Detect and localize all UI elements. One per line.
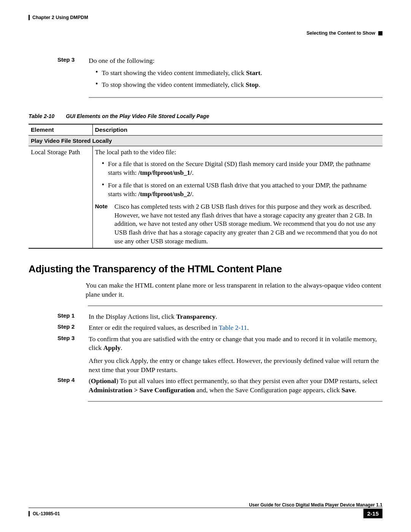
gui-elements-table: Element Description Play Video File Stor… — [29, 124, 382, 249]
step2-body: Enter or edit the required values, as de… — [89, 323, 382, 332]
bullet-text: To stop showing the video content immedi… — [102, 80, 260, 89]
header-bar-icon — [29, 15, 30, 20]
bullet-icon: • — [102, 181, 104, 199]
section-label: Selecting the Content to Show — [306, 30, 375, 36]
table-number: Table 2-10 — [29, 113, 54, 119]
desc-bullets: • For a file that is stored on the Secur… — [102, 160, 381, 199]
table-link[interactable]: Table 2-11 — [219, 324, 247, 331]
step3b-body: To confirm that you are satisfied with t… — [89, 335, 382, 375]
table-title: GUI Elements on the Play Video File Stor… — [66, 113, 209, 119]
bullet-icon: • — [96, 69, 98, 78]
bullet-text: For a file that is stored on an external… — [108, 181, 380, 199]
steps-transparency: Step 1 In the Display Actions list, clic… — [57, 312, 382, 395]
step1-body: In the Display Actions list, click Trans… — [89, 312, 382, 321]
bullet-icon: • — [96, 80, 98, 89]
step4-label: Step 4 — [57, 377, 80, 395]
table-section-label: Play Video File Stored Locally — [29, 135, 382, 146]
step1-row: Step 1 In the Display Actions list, clic… — [57, 312, 382, 321]
step2-row: Step 2 Enter or edit the required values… — [57, 323, 382, 332]
header-left: Chapter 2 Using DMPDM — [29, 15, 88, 20]
table-row: Local Storage Path The local path to the… — [29, 146, 382, 248]
table-header-row: Element Description — [29, 124, 382, 136]
step3-row: Step 3 Do one of the following: • To sta… — [57, 56, 382, 93]
step1-label: Step 1 — [57, 312, 80, 321]
page-header: Chapter 2 Using DMPDM — [29, 13, 382, 22]
step2-label: Step 2 — [57, 323, 80, 332]
step3-body: Do one of the following: • To start show… — [89, 56, 382, 93]
note-label: Note — [95, 203, 108, 246]
footer-bar-icon — [29, 511, 30, 516]
step4-row: Step 4 (Optional) To put all values into… — [57, 377, 382, 395]
chapter-label: Chapter 2 Using DMPDM — [32, 15, 88, 20]
table-section-row: Play Video File Stored Locally — [29, 135, 382, 146]
section-heading: Adjusting the Transparency of the HTML C… — [29, 263, 382, 275]
intro-paragraph: You can make the HTML content plane more… — [86, 281, 382, 299]
step3b-after: After you click Apply, the entry or chan… — [89, 357, 379, 374]
list-item: • To start showing the video content imm… — [96, 69, 382, 78]
rule-divider — [88, 401, 382, 402]
cell-description: The local path to the video file: • For … — [92, 146, 382, 248]
header-end-square-icon — [378, 31, 382, 35]
note-text: Cisco has completed tests with 2 GB USB … — [115, 203, 380, 246]
page-number-badge: 2-15 — [363, 509, 382, 518]
step3b-row: Step 3 To confirm that you are satisfied… — [57, 335, 382, 375]
list-item: • For a file that is stored on the Secur… — [102, 160, 381, 177]
th-description: Description — [92, 124, 382, 136]
th-element: Element — [29, 124, 92, 136]
desc-intro: The local path to the video file: — [95, 149, 176, 156]
step3-label: Step 3 — [57, 56, 80, 93]
step3-intro: Do one of the following: — [89, 57, 155, 64]
bullet-icon: • — [102, 160, 104, 177]
footer-docnum: OL-13985-01 — [33, 511, 60, 516]
page-footer: User Guide for Cisco Digital Media Playe… — [29, 502, 382, 518]
step4-body: (Optional) To put all values into effect… — [89, 377, 382, 395]
header-right: Selecting the Content to Show — [306, 30, 382, 36]
note-row: Note Cisco has completed tests with 2 GB… — [95, 203, 381, 246]
step3b-label: Step 3 — [57, 335, 80, 375]
cell-element: Local Storage Path — [29, 146, 92, 248]
footer-left: OL-13985-01 — [29, 511, 60, 516]
footer-guide-title: User Guide for Cisco Digital Media Playe… — [249, 502, 382, 508]
bullet-text: For a file that is stored on the Secure … — [108, 160, 380, 177]
rule-divider — [89, 97, 382, 98]
table-caption: Table 2-10 GUI Elements on the Play Vide… — [29, 113, 382, 119]
bullet-text: To start showing the video content immed… — [102, 69, 262, 78]
step-block-top: Step 3 Do one of the following: • To sta… — [57, 56, 382, 93]
page-content: Step 3 Do one of the following: • To sta… — [29, 34, 382, 402]
list-item: • To stop showing the video content imme… — [96, 80, 382, 89]
list-item: • For a file that is stored on an extern… — [102, 181, 381, 199]
step3-bullets: • To start showing the video content imm… — [96, 69, 382, 89]
rule-divider — [88, 305, 382, 306]
